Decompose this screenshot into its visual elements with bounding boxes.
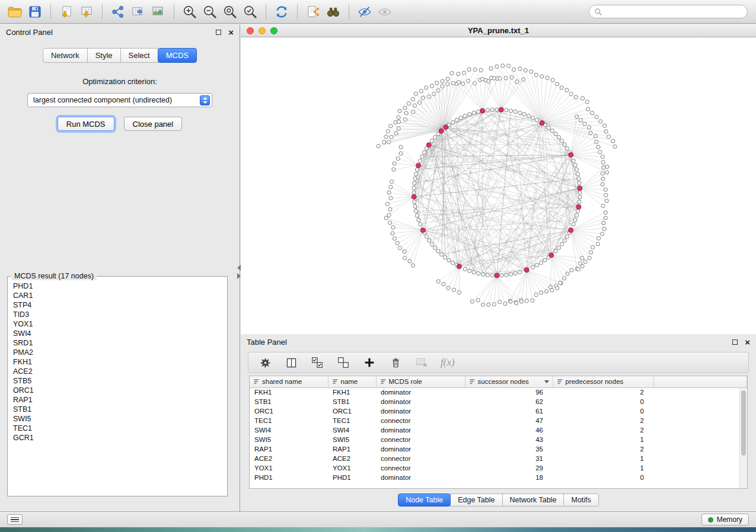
table-row[interactable]: RAP1RAP1dominator352 xyxy=(250,444,747,454)
table-row[interactable]: ACE2ACE2connector311 xyxy=(250,454,747,463)
cell-role[interactable]: connector xyxy=(376,463,465,473)
cell-successors[interactable]: 29 xyxy=(465,463,553,473)
cell-name[interactable]: ACE2 xyxy=(328,454,376,463)
cell-sharedname[interactable]: RAP1 xyxy=(250,444,328,454)
import-table-button[interactable] xyxy=(76,2,97,21)
cell-sharedname[interactable]: PHD1 xyxy=(250,473,328,482)
save-session-button[interactable] xyxy=(25,2,45,21)
network-canvas[interactable] xyxy=(241,37,756,334)
tab-select[interactable]: Select xyxy=(120,48,158,63)
list-item[interactable]: TEC1 xyxy=(9,424,226,433)
cell-role[interactable]: dominator xyxy=(376,406,465,416)
network-window-titlebar[interactable]: YPA_prune.txt_1 xyxy=(241,24,756,37)
deselect-all-button[interactable] xyxy=(336,355,350,370)
cell-role[interactable]: dominator xyxy=(376,397,465,406)
tab-motifs[interactable]: Motifs xyxy=(563,493,598,507)
minimize-window-icon[interactable] xyxy=(259,27,266,34)
close-window-icon[interactable] xyxy=(247,27,254,34)
cell-sharedname[interactable]: FKH1 xyxy=(250,387,328,397)
cell-name[interactable]: RAP1 xyxy=(328,444,376,454)
cell-name[interactable]: SWI5 xyxy=(328,435,376,444)
cell-successors[interactable]: 31 xyxy=(465,454,553,463)
run-mcds-button[interactable]: Run MCDS xyxy=(58,117,114,131)
cell-predecessors[interactable]: 0 xyxy=(553,397,653,406)
cell-fill[interactable] xyxy=(653,397,747,406)
export-image-button[interactable] xyxy=(148,2,168,21)
table-row[interactable]: FKH1FKH1dominator962 xyxy=(250,387,747,397)
cell-predecessors[interactable]: 1 xyxy=(553,463,653,473)
split-pane-controls[interactable] xyxy=(236,264,242,281)
table-scrollbar[interactable] xyxy=(739,388,747,488)
zoom-fit-button[interactable] xyxy=(220,2,240,21)
list-item[interactable]: ACE2 xyxy=(9,367,226,376)
zoom-selected-button[interactable] xyxy=(240,2,260,21)
cell-predecessors[interactable]: 2 xyxy=(553,444,653,454)
memory-button[interactable]: Memory xyxy=(701,514,749,525)
float-window-icon[interactable] xyxy=(732,339,738,345)
list-item[interactable]: PHD1 xyxy=(9,281,226,291)
expand-right-icon[interactable] xyxy=(237,273,241,279)
cell-role[interactable]: dominator xyxy=(376,387,465,397)
cell-name[interactable]: YOX1 xyxy=(328,463,376,473)
zoom-in-button[interactable] xyxy=(180,2,200,21)
cell-successors[interactable]: 35 xyxy=(465,444,553,454)
list-item[interactable]: TID3 xyxy=(9,310,226,319)
close-panel-button[interactable]: Close panel xyxy=(124,117,183,131)
tab-network-table[interactable]: Network Table xyxy=(502,493,564,507)
search-network-button[interactable] xyxy=(323,2,343,21)
column-header-predecessor-nodes[interactable]: predecessor nodes xyxy=(553,376,653,387)
criterion-select[interactable]: largest connected component (undirected) xyxy=(27,93,212,107)
delete-column-button[interactable] xyxy=(388,355,403,370)
function-builder-button[interactable]: f(x) xyxy=(441,357,455,368)
cell-fill[interactable] xyxy=(653,406,747,416)
list-item[interactable]: GCR1 xyxy=(9,433,226,443)
float-window-icon[interactable] xyxy=(216,30,221,35)
cell-successors[interactable]: 61 xyxy=(465,406,553,416)
tab-mcds[interactable]: MCDS xyxy=(158,48,197,63)
cell-name[interactable]: TEC1 xyxy=(328,416,376,425)
table-row[interactable]: STB1STB1dominator620 xyxy=(250,397,747,406)
maximize-window-icon[interactable] xyxy=(270,27,277,34)
select-all-button[interactable] xyxy=(310,355,324,370)
cell-fill[interactable] xyxy=(653,463,747,473)
list-item[interactable]: SRD1 xyxy=(9,338,226,348)
cell-predecessors[interactable]: 1 xyxy=(553,454,653,463)
table-row[interactable]: ORC1ORC1dominator610 xyxy=(250,406,747,416)
cell-name[interactable]: PHD1 xyxy=(328,473,376,482)
list-item[interactable]: FKH1 xyxy=(9,357,226,367)
network-graph[interactable] xyxy=(241,37,756,334)
cell-successors[interactable]: 46 xyxy=(465,425,553,435)
cell-sharedname[interactable]: SWI4 xyxy=(250,425,328,435)
list-item[interactable]: PMA2 xyxy=(9,348,226,357)
cell-fill[interactable] xyxy=(653,473,747,482)
cell-sharedname[interactable]: ACE2 xyxy=(250,454,328,463)
chevron-down-icon[interactable] xyxy=(544,380,549,383)
tab-node-table[interactable]: Node Table xyxy=(398,493,451,507)
list-item[interactable]: RAP1 xyxy=(9,395,226,405)
tab-edge-table[interactable]: Edge Table xyxy=(450,493,502,507)
cell-sharedname[interactable]: TEC1 xyxy=(250,416,328,425)
cell-fill[interactable] xyxy=(653,435,747,444)
share-document-button[interactable] xyxy=(303,2,323,21)
scrollbar-thumb[interactable] xyxy=(741,390,746,456)
export-table-button[interactable] xyxy=(128,2,148,21)
list-item[interactable]: STB1 xyxy=(9,405,226,414)
list-item[interactable]: CAR1 xyxy=(9,291,226,300)
list-item[interactable]: SWI4 xyxy=(9,329,226,338)
cell-fill[interactable] xyxy=(653,425,747,435)
cell-predecessors[interactable]: 1 xyxy=(553,435,653,444)
cell-predecessors[interactable]: 2 xyxy=(553,387,653,397)
cell-role[interactable]: dominator xyxy=(376,473,465,482)
cell-predecessors[interactable]: 0 xyxy=(553,473,653,482)
cell-sharedname[interactable]: ORC1 xyxy=(250,406,328,416)
column-header-mcds-role[interactable]: MCDS role xyxy=(376,376,465,387)
cell-fill[interactable] xyxy=(653,444,747,454)
select-stepper-icon[interactable] xyxy=(200,95,210,105)
cell-predecessors[interactable]: 2 xyxy=(553,425,653,435)
cell-successors[interactable]: 96 xyxy=(465,387,553,397)
cell-fill[interactable] xyxy=(653,387,747,397)
zoom-out-button[interactable] xyxy=(200,2,220,21)
cell-successors[interactable]: 43 xyxy=(465,435,553,444)
cell-predecessors[interactable]: 2 xyxy=(553,416,653,425)
refresh-button[interactable] xyxy=(272,2,292,21)
